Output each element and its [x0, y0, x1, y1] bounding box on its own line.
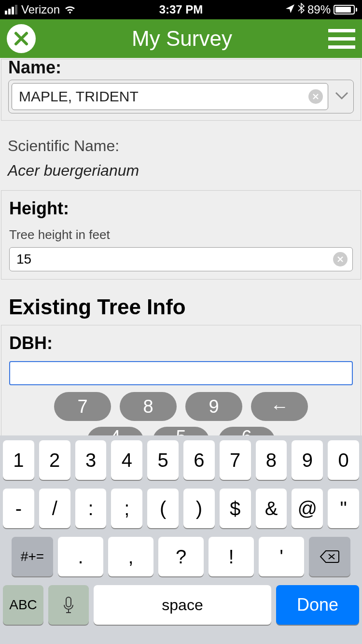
dbh-label: DBH: [9, 333, 353, 353]
signal-bars-icon [5, 5, 17, 14]
key-at[interactable]: @ [292, 489, 323, 528]
key-dash[interactable]: - [3, 489, 34, 528]
key-2[interactable]: 2 [39, 440, 70, 480]
key-quote[interactable]: " [328, 489, 359, 528]
key-colon[interactable]: : [75, 489, 107, 528]
keyboard-row-2: - / : ; ( ) $ & @ " [3, 489, 359, 528]
key-apostrophe[interactable]: ' [259, 537, 304, 576]
ios-keyboard: 1 2 3 4 5 6 7 8 9 0 - / : ; ( ) $ & @ " … [0, 435, 362, 644]
numpad-key-backspace[interactable]: ← [251, 392, 308, 421]
key-done[interactable]: Done [276, 585, 359, 625]
scientific-value: Acer buergerianum [8, 162, 354, 180]
key-abc[interactable]: ABC [3, 585, 43, 625]
existing-tree-info-title: Existing Tree Info [0, 280, 362, 324]
key-slash[interactable]: / [39, 489, 70, 528]
numpad-row1: 7 8 9 ← [9, 392, 353, 421]
carrier-label: Verizon [21, 3, 60, 16]
close-button[interactable] [7, 24, 36, 53]
key-amp[interactable]: & [256, 489, 287, 528]
clear-name-icon[interactable] [308, 89, 323, 104]
location-icon [285, 3, 295, 16]
key-4[interactable]: 4 [111, 440, 142, 480]
menu-button[interactable] [328, 29, 355, 49]
numpad-key-5[interactable]: 5 [153, 427, 209, 435]
keyboard-row-4: ABC space Done [3, 585, 359, 625]
numpad-row2: 4 5 6 [9, 427, 353, 435]
numpad-key-8[interactable]: 8 [120, 392, 177, 421]
key-6[interactable]: 6 [183, 440, 215, 480]
key-space[interactable]: space [94, 585, 271, 625]
form-content: Name: MAPLE, TRIDENT Scientific Name: Ac… [0, 58, 362, 435]
height-label: Height: [9, 198, 353, 219]
name-input[interactable]: MAPLE, TRIDENT [12, 83, 328, 110]
name-field-section: Name: MAPLE, TRIDENT [1, 59, 361, 121]
key-exclaim[interactable]: ! [209, 537, 254, 576]
numpad-key-7[interactable]: 7 [54, 392, 111, 421]
key-question[interactable]: ? [158, 537, 204, 576]
page-title: My Survey [36, 27, 328, 51]
name-dropdown[interactable]: MAPLE, TRIDENT [8, 80, 354, 113]
height-field-section: Height: Tree height in feet 15 [1, 190, 361, 280]
app-header: My Survey [0, 19, 362, 58]
key-3[interactable]: 3 [75, 440, 107, 480]
key-backspace[interactable] [309, 537, 350, 576]
key-dollar[interactable]: $ [220, 489, 251, 528]
keyboard-row-1: 1 2 3 4 5 6 7 8 9 0 [3, 440, 359, 480]
wifi-icon [64, 5, 76, 14]
status-left: Verizon [5, 3, 122, 16]
key-period[interactable]: . [58, 537, 103, 576]
keyboard-row-3: #+= . , ? ! ' [3, 537, 359, 576]
key-mic-icon[interactable] [48, 585, 89, 625]
key-comma[interactable]: , [108, 537, 153, 576]
key-semicolon[interactable]: ; [111, 489, 142, 528]
key-5[interactable]: 5 [147, 440, 179, 480]
key-7[interactable]: 7 [220, 440, 251, 480]
battery-fill [335, 7, 351, 13]
clear-height-icon[interactable] [333, 252, 348, 266]
battery-pct: 89% [307, 3, 331, 16]
status-right: 89% [240, 3, 357, 16]
status-time: 3:37 PM [122, 3, 239, 16]
height-input[interactable]: 15 [9, 247, 353, 271]
key-1[interactable]: 1 [3, 440, 34, 480]
svg-rect-0 [66, 597, 71, 607]
key-lparen[interactable]: ( [147, 489, 179, 528]
height-sublabel: Tree height in feet [9, 227, 353, 242]
numpad-key-6[interactable]: 6 [218, 427, 275, 435]
name-label: Name: [8, 58, 354, 78]
key-symbol-shift[interactable]: #+= [12, 537, 53, 576]
key-0[interactable]: 0 [328, 440, 359, 480]
key-8[interactable]: 8 [256, 440, 287, 480]
scientific-label: Scientific Name: [8, 137, 354, 155]
name-value: MAPLE, TRIDENT [19, 88, 139, 105]
key-9[interactable]: 9 [292, 440, 323, 480]
chevron-down-icon[interactable] [333, 91, 350, 102]
key-rparen[interactable]: ) [183, 489, 215, 528]
bluetooth-icon [298, 3, 305, 16]
numpad-key-9[interactable]: 9 [185, 392, 242, 421]
status-bar: Verizon 3:37 PM 89% [0, 0, 362, 19]
dbh-field-section: DBH: 7 8 9 ← 4 5 6 [1, 325, 361, 435]
dbh-input[interactable] [9, 361, 353, 385]
scientific-name-section: Scientific Name: Acer buergerianum [0, 121, 362, 189]
battery-icon [334, 5, 357, 14]
height-value: 15 [16, 252, 31, 267]
numpad-key-4[interactable]: 4 [87, 427, 144, 435]
